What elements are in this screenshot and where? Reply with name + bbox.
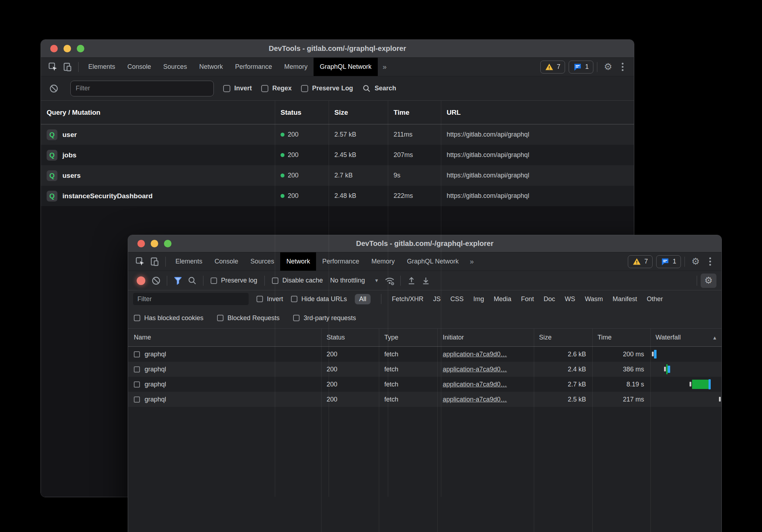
settings-gear-icon[interactable]: ⚙ (601, 60, 615, 74)
tab-network[interactable]: Network (193, 58, 229, 76)
column-header-url[interactable]: URL (441, 101, 634, 124)
type-filter-media[interactable]: Media (494, 295, 511, 303)
tab-elements[interactable]: Elements (169, 252, 208, 271)
device-toolbar-icon[interactable] (147, 255, 162, 269)
filter-input[interactable] (133, 293, 249, 305)
more-tabs-icon[interactable]: » (465, 257, 479, 266)
filter-input[interactable] (70, 81, 214, 96)
column-header-status[interactable]: Status (321, 329, 378, 346)
type-filter-fetch-xhr[interactable]: Fetch/XHR (392, 295, 423, 303)
initiator-link[interactable]: application-a7ca9d0… (443, 366, 507, 373)
type-filter-js[interactable]: JS (433, 295, 441, 303)
preserve-log-checkbox[interactable]: Preserve Log (301, 85, 353, 92)
tab-sources[interactable]: Sources (157, 58, 193, 76)
tab-graphql-network[interactable]: GraphQL Network (314, 58, 377, 76)
record-button[interactable] (137, 276, 145, 285)
tab-memory[interactable]: Memory (365, 252, 401, 271)
search-button[interactable]: Search (362, 84, 396, 93)
initiator-link[interactable]: application-a7ca9d0… (443, 351, 507, 358)
close-button[interactable] (137, 240, 145, 247)
settings-gear-icon[interactable]: ⚙ (688, 255, 703, 269)
type-filter-doc[interactable]: Doc (544, 295, 555, 303)
table-row[interactable]: graphql 200 fetch application-a7ca9d0… 2… (128, 392, 721, 407)
inspect-icon[interactable] (133, 255, 147, 269)
size-cell: 2.48 kB (329, 186, 388, 206)
preserve-log-checkbox[interactable]: Preserve log (211, 277, 257, 284)
minimize-button[interactable] (64, 45, 71, 52)
initiator-link[interactable]: application-a7ca9d0… (443, 396, 507, 403)
close-button[interactable] (50, 45, 58, 52)
throttling-select[interactable]: No throttling ▼ (330, 277, 379, 284)
row-checkbox[interactable] (134, 366, 140, 372)
minimize-button[interactable] (151, 240, 158, 247)
tab-performance[interactable]: Performance (316, 252, 365, 271)
tab-elements[interactable]: Elements (82, 58, 121, 76)
warnings-badge[interactable]: 7 (628, 255, 653, 268)
row-checkbox[interactable] (134, 381, 140, 388)
more-tabs-icon[interactable]: » (378, 63, 392, 71)
type-filter-all[interactable]: All (355, 294, 371, 304)
column-header-waterfall[interactable]: Waterfall ▲ (650, 329, 721, 346)
column-header-name[interactable]: Name (128, 329, 321, 346)
kebab-menu-icon[interactable] (703, 255, 717, 269)
table-row[interactable]: Q instanceSecurityDashboard 200 2.48 kB … (41, 186, 634, 206)
table-row[interactable]: graphql 200 fetch application-a7ca9d0… 2… (128, 362, 721, 377)
clear-icon[interactable] (47, 81, 61, 96)
table-row[interactable]: Q jobs 200 2.45 kB 207ms https://gitlab.… (41, 145, 634, 165)
network-toolbar: Preserve log Disable cache No throttling… (128, 271, 721, 290)
column-header-status[interactable]: Status (275, 101, 329, 124)
table-row[interactable]: Q user 200 2.57 kB 211ms https://gitlab.… (41, 124, 634, 145)
warnings-badge[interactable]: 7 (540, 61, 565, 73)
row-checkbox[interactable] (134, 396, 140, 403)
initiator-link[interactable]: application-a7ca9d0… (443, 381, 507, 388)
table-row[interactable]: Q users 200 2.7 kB 9s https://gitlab.com… (41, 165, 634, 186)
tab-console[interactable]: Console (208, 252, 244, 271)
tab-sources[interactable]: Sources (244, 252, 280, 271)
column-header-size[interactable]: Size (533, 329, 592, 346)
disable-cache-checkbox[interactable]: Disable cache (272, 277, 323, 284)
zoom-button[interactable] (164, 240, 171, 247)
column-header-type[interactable]: Type (378, 329, 437, 346)
clear-icon[interactable] (149, 274, 163, 288)
column-header-time[interactable]: Time (388, 101, 441, 124)
invert-checkbox[interactable]: Invert (257, 295, 283, 303)
import-har-icon[interactable] (404, 274, 419, 288)
issues-badge[interactable]: 1 (656, 255, 681, 268)
device-toolbar-icon[interactable] (60, 60, 75, 74)
column-header-time[interactable]: Time (592, 329, 650, 346)
type-filter-font[interactable]: Font (521, 295, 534, 303)
inspect-icon[interactable] (46, 60, 60, 74)
table-row[interactable]: graphql 200 fetch application-a7ca9d0… 2… (128, 347, 721, 362)
column-header-size[interactable]: Size (329, 101, 388, 124)
export-har-icon[interactable] (419, 274, 433, 288)
tab-performance[interactable]: Performance (229, 58, 278, 76)
type-filter-wasm[interactable]: Wasm (585, 295, 603, 303)
checkbox-box (223, 85, 230, 92)
table-row[interactable]: graphql 200 fetch application-a7ca9d0… 2… (128, 377, 721, 392)
column-header-query-mutation[interactable]: Query / Mutation (41, 101, 275, 124)
type-filter-ws[interactable]: WS (565, 295, 575, 303)
network-conditions-icon[interactable] (382, 274, 397, 288)
type-filter-css[interactable]: CSS (450, 295, 464, 303)
tab-memory[interactable]: Memory (278, 58, 314, 76)
column-header-initiator[interactable]: Initiator (437, 329, 533, 346)
tab-network[interactable]: Network (280, 252, 316, 271)
tab-console[interactable]: Console (121, 58, 157, 76)
tab-graphql-network[interactable]: GraphQL Network (401, 252, 465, 271)
issues-badge[interactable]: 1 (569, 61, 593, 73)
search-icon[interactable] (185, 274, 199, 288)
type-filter-manifest[interactable]: Manifest (613, 295, 637, 303)
network-settings-gear-icon[interactable]: ⚙ (701, 274, 716, 288)
third-party-requests-checkbox[interactable]: 3rd-party requests (293, 314, 356, 322)
zoom-button[interactable] (77, 45, 84, 52)
hide-data-urls-checkbox[interactable]: Hide data URLs (291, 295, 347, 303)
blocked-requests-checkbox[interactable]: Blocked Requests (217, 314, 279, 322)
kebab-menu-icon[interactable] (615, 60, 630, 74)
filter-funnel-icon[interactable] (171, 274, 185, 288)
has-blocked-cookies-checkbox[interactable]: Has blocked cookies (134, 314, 203, 322)
type-filter-img[interactable]: Img (473, 295, 484, 303)
type-filter-other[interactable]: Other (647, 295, 663, 303)
invert-checkbox[interactable]: Invert (223, 85, 252, 92)
regex-checkbox[interactable]: Regex (261, 85, 292, 92)
row-checkbox[interactable] (134, 351, 140, 357)
